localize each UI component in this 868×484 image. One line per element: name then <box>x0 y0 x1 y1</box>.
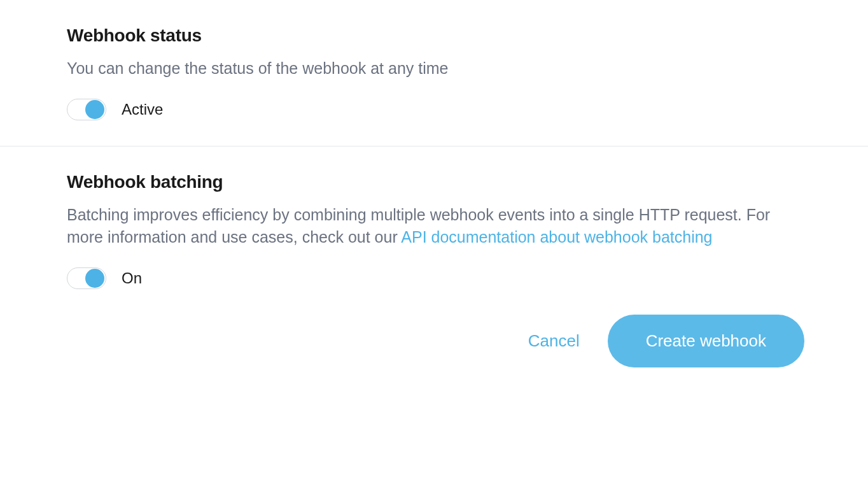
webhook-batching-toggle-row: On <box>67 267 804 289</box>
toggle-knob <box>85 100 104 119</box>
webhook-status-toggle-label: Active <box>122 101 163 118</box>
form-actions: Cancel Create webhook <box>67 289 804 367</box>
webhook-status-toggle[interactable] <box>67 99 106 120</box>
webhook-status-title: Webhook status <box>67 25 804 46</box>
webhook-batching-description: Batching improves efficiency by combinin… <box>67 204 799 248</box>
create-webhook-button[interactable]: Create webhook <box>608 315 804 367</box>
webhook-status-description: You can change the status of the webhook… <box>67 57 799 80</box>
webhook-batching-section: Webhook batching Batching improves effic… <box>0 146 868 393</box>
api-documentation-link[interactable]: API documentation about webhook batching <box>401 228 712 246</box>
webhook-status-toggle-row: Active <box>67 99 804 120</box>
webhook-batching-toggle-label: On <box>122 269 142 287</box>
webhook-batching-title: Webhook batching <box>67 172 804 192</box>
webhook-status-section: Webhook status You can change the status… <box>0 0 868 146</box>
webhook-batching-toggle[interactable] <box>67 267 106 289</box>
toggle-knob <box>85 269 104 288</box>
cancel-button[interactable]: Cancel <box>528 331 580 351</box>
